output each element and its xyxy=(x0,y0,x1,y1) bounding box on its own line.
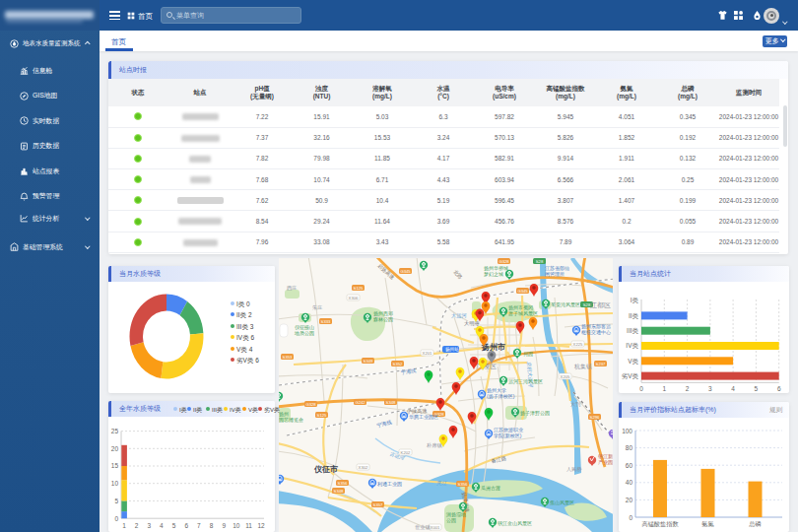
svg-text:S125: S125 xyxy=(317,413,327,418)
svg-text:夹江: 夹江 xyxy=(436,480,447,486)
svg-text:5: 5 xyxy=(172,522,176,529)
svg-text:0: 0 xyxy=(114,515,118,522)
svg-text:杭集镇: 杭集镇 xyxy=(573,363,592,370)
svg-text:100: 100 xyxy=(622,428,632,434)
svg-text:扬子津野公园: 扬子津野公园 xyxy=(520,410,550,417)
svg-text:S28: S28 xyxy=(536,259,544,264)
svg-text:华腾工业园区: 华腾工业园区 xyxy=(409,414,438,421)
svg-text:1: 1 xyxy=(662,385,666,392)
svg-text:0: 0 xyxy=(639,385,643,392)
svg-text:世业镇: 世业镇 xyxy=(415,524,431,530)
svg-text:7: 7 xyxy=(197,522,201,529)
svg-text:I类: I类 xyxy=(631,297,639,303)
svg-text:人民桥: 人民桥 xyxy=(566,466,582,472)
svg-text:S237: S237 xyxy=(596,362,606,366)
svg-text:茱萸湾风景区: 茱萸湾风景区 xyxy=(551,301,580,308)
svg-text:4: 4 xyxy=(160,522,164,529)
svg-text:80: 80 xyxy=(626,444,633,451)
svg-text:G328: G328 xyxy=(305,402,316,407)
svg-text:10: 10 xyxy=(233,522,240,529)
svg-text:(扬子津校区): (扬子津校区) xyxy=(487,393,515,400)
svg-text:X205: X205 xyxy=(561,374,570,379)
svg-text:焦山风景区: 焦山风景区 xyxy=(550,499,574,505)
svg-text:枢纽交通中心: 枢纽交通中心 xyxy=(581,329,611,335)
svg-text:大运河: 大运河 xyxy=(451,312,467,319)
svg-text:S357: S357 xyxy=(373,502,383,507)
svg-text:10: 10 xyxy=(111,480,119,487)
svg-text:S125: S125 xyxy=(354,286,364,291)
svg-text:园艺博览会: 园艺博览会 xyxy=(279,417,303,424)
svg-text:氨氮: 氨氮 xyxy=(701,520,713,527)
svg-text:X302: X302 xyxy=(359,465,368,470)
svg-text:何园: 何园 xyxy=(523,351,533,358)
svg-text:6: 6 xyxy=(777,385,781,392)
svg-text:高锰酸盐指数: 高锰酸盐指数 xyxy=(641,520,678,528)
svg-text:X306: X306 xyxy=(349,296,359,300)
svg-text:12: 12 xyxy=(257,522,265,529)
svg-text:X001: X001 xyxy=(431,525,440,530)
svg-text:江都区: 江都区 xyxy=(590,301,611,309)
svg-text:S353: S353 xyxy=(283,355,293,360)
svg-text:学院(新校区): 学院(新校区) xyxy=(494,432,522,439)
svg-text:森林公园: 森林公园 xyxy=(373,316,393,323)
svg-text:仪征市: 仪征市 xyxy=(313,464,338,474)
svg-text:11: 11 xyxy=(245,522,252,529)
svg-text:运河三湾风景区: 运河三湾风景区 xyxy=(508,378,543,385)
svg-text:II类: II类 xyxy=(629,312,639,319)
svg-text:镇江金山风景区: 镇江金山风景区 xyxy=(498,520,532,527)
svg-text:60: 60 xyxy=(626,462,633,469)
svg-text:S349: S349 xyxy=(364,359,373,364)
svg-text:大明寺: 大明寺 xyxy=(464,320,480,326)
svg-text:G328: G328 xyxy=(499,259,509,264)
svg-text:3: 3 xyxy=(708,385,712,392)
svg-text:瓜洲古渡: 瓜洲古渡 xyxy=(481,485,500,492)
svg-text:2: 2 xyxy=(686,385,690,392)
svg-text:20: 20 xyxy=(626,497,633,503)
svg-text:IV类: IV类 xyxy=(626,342,638,349)
svg-text:唐子城风景区: 唐子城风景区 xyxy=(508,310,538,317)
svg-text:0: 0 xyxy=(629,514,632,521)
svg-text:20: 20 xyxy=(111,445,119,452)
svg-text:公园: 公园 xyxy=(446,517,456,524)
svg-text:4: 4 xyxy=(731,385,735,392)
svg-text:S296: S296 xyxy=(590,415,600,420)
svg-text:X201: X201 xyxy=(423,351,432,356)
svg-text:40: 40 xyxy=(626,479,633,486)
svg-text:劣V类: 劣V类 xyxy=(622,372,639,380)
svg-text:3: 3 xyxy=(147,522,151,529)
svg-text:朱庄: 朱庄 xyxy=(312,304,322,310)
svg-text:朴席镇: 朴席镇 xyxy=(426,442,442,448)
svg-text:S356: S356 xyxy=(458,482,468,487)
svg-text:5: 5 xyxy=(114,498,118,504)
svg-text:西庄: 西庄 xyxy=(287,285,297,291)
svg-text:S348: S348 xyxy=(334,489,344,494)
svg-text:5: 5 xyxy=(755,385,759,392)
svg-text:梦幻之城: 梦幻之城 xyxy=(484,271,503,278)
svg-text:总磷: 总磷 xyxy=(748,520,761,527)
svg-text:地质公园: 地质公园 xyxy=(294,330,314,337)
svg-text:S352: S352 xyxy=(393,362,403,366)
svg-text:S348: S348 xyxy=(386,400,396,405)
svg-text:K202: K202 xyxy=(401,450,411,455)
svg-text:产业园区: 产业园区 xyxy=(598,459,613,466)
svg-text:1: 1 xyxy=(122,522,126,529)
svg-text:G345: G345 xyxy=(517,289,528,294)
svg-text:大刊: 大刊 xyxy=(570,401,580,407)
svg-text:V类: V类 xyxy=(628,358,638,365)
svg-text:9: 9 xyxy=(222,522,226,529)
svg-text:S356: S356 xyxy=(338,481,348,486)
svg-text:2: 2 xyxy=(135,522,139,529)
svg-text:利通工业园: 利通工业园 xyxy=(377,481,402,488)
svg-text:X225: X225 xyxy=(573,342,583,347)
svg-text:G345: G345 xyxy=(400,269,411,274)
svg-text:G242: G242 xyxy=(355,400,366,405)
svg-text:6: 6 xyxy=(184,522,188,529)
svg-text:S333: S333 xyxy=(321,319,331,324)
svg-text:III类: III类 xyxy=(627,327,638,334)
svg-text:25: 25 xyxy=(111,428,119,434)
svg-text:15: 15 xyxy=(111,462,119,469)
svg-text:闸管理所: 闸管理所 xyxy=(545,271,565,278)
svg-text:8: 8 xyxy=(210,522,214,529)
